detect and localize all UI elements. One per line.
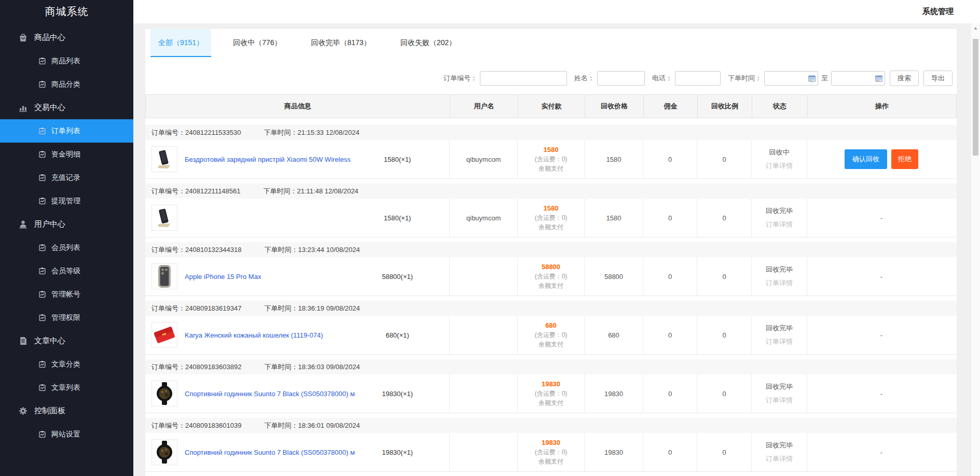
product-cell: Karya Женский кожаный кошелек (1119-074)… (145, 316, 449, 354)
pay-method: 余额支付 (539, 164, 563, 173)
list-panel-icon (38, 267, 46, 275)
commission-cell: 0 (643, 374, 697, 413)
order-row: 1580(×1) qibuymcom 1580 (含运费：0) 余额支付 158… (145, 199, 957, 237)
sidebar-section-trade-center[interactable]: 交易中心 (0, 96, 133, 119)
pay-method: 余额支付 (539, 457, 563, 466)
sidebar-item-label: 商品分类 (51, 80, 80, 89)
sidebar-section-control-panel[interactable]: 控制面板 (0, 399, 133, 423)
order-info-bar: 订单编号：240812211148561 下单时间：21:11:48 12/08… (145, 184, 957, 199)
product-thumbnail[interactable] (151, 322, 177, 348)
sidebar-item-admin-accounts[interactable]: 管理帐号 (0, 283, 133, 306)
paid-amount: 58800 (542, 262, 560, 272)
order-time: 13:23:44 10/08/2024 (298, 246, 360, 254)
operation-dash: - (880, 390, 882, 398)
sidebar: 商城系统 商品中心商品列表商品分类交易中心订单列表资金明细充值记录提现管理用户中… (0, 0, 133, 476)
tab-recycling[interactable]: 回收中（776） (225, 29, 289, 57)
product-title-link[interactable]: Бездротовий зарядний пристрій Xiaomi 50W… (185, 156, 366, 163)
phone-input[interactable] (675, 71, 721, 86)
filter-bar: 订单编号： 姓名： 电话： 下单时间： 至 搜索 导出 (145, 71, 953, 86)
product-cell: 1580(×1) (145, 199, 449, 237)
product-title-link[interactable]: Karya Женский кожаный кошелек (1119-074) (185, 331, 366, 339)
product-thumbnail[interactable] (151, 439, 177, 465)
order-detail-link[interactable]: 订单详情 (766, 395, 793, 405)
order-group: 订单编号：240809183619347 下单时间：18:36:19 09/08… (145, 301, 957, 355)
column-header: 佣金 (643, 95, 697, 118)
status-text: 回收完毕 (766, 323, 793, 333)
sidebar-item-order-list[interactable]: 订单列表 (0, 119, 133, 143)
status-cell: 回收完毕 订单详情 (751, 433, 807, 471)
scrollbar[interactable]: ▲ (971, 23, 980, 476)
order-time-prefix: 下单时间： (264, 363, 298, 371)
product-title-link[interactable]: Спортивний годинник Suunto 7 Black (SS05… (185, 390, 366, 398)
name-input[interactable] (597, 71, 645, 86)
confirm-recycle-button[interactable]: 确认回收 (845, 149, 887, 169)
order-detail-link[interactable]: 订单详情 (766, 161, 793, 171)
order-group: 订单编号：240809183603892 下单时间：18:36:03 09/08… (145, 359, 957, 413)
order-detail-link[interactable]: 订单详情 (766, 337, 793, 347)
sidebar-section-product-center[interactable]: 商品中心 (0, 26, 133, 49)
sidebar-item-recharge-records[interactable]: 充值记录 (0, 166, 133, 189)
commission-cell: 0 (643, 433, 697, 471)
order-time-prefix: 下单时间： (264, 246, 298, 254)
shipping-note: (含运费：0) (535, 213, 568, 222)
order-number: 240810132344318 (185, 246, 241, 254)
sidebar-item-article-list[interactable]: 文章列表 (0, 376, 133, 399)
sidebar-item-admin-permissions[interactable]: 管理权限 (0, 306, 133, 329)
bag-icon (19, 33, 27, 42)
order-info-bar: 订单编号：240809183603892 下单时间：18:36:03 09/08… (145, 359, 957, 374)
product-title-link[interactable]: Apple iPhone 15 Pro Max (185, 273, 366, 281)
list-panel-icon (38, 127, 46, 135)
system-admin-menu[interactable]: 系统管理 (922, 7, 954, 17)
operation-cell: - (807, 257, 956, 296)
sidebar-section-article-center[interactable]: 文章中心 (0, 329, 133, 353)
order-no-prefix: 订单编号： (151, 187, 185, 196)
product-qty: 1580(×1) (366, 156, 429, 163)
sidebar-item-site-settings[interactable]: 网站设置 (0, 423, 133, 446)
product-thumbnail[interactable] (151, 146, 177, 172)
name-label: 姓名： (574, 74, 595, 83)
search-button[interactable]: 搜索 (890, 71, 919, 86)
order-time-prefix: 下单时间： (264, 129, 298, 136)
paid-amount: 19830 (542, 380, 560, 389)
column-header: 回收价格 (585, 95, 643, 118)
sidebar-item-label: 网站设置 (51, 430, 80, 439)
scroll-up-arrow-icon[interactable]: ▲ (971, 23, 980, 32)
order-row: Спортивний годинник Suunto 7 Black (SS05… (145, 433, 957, 472)
order-no-input[interactable] (480, 71, 567, 86)
order-detail-link[interactable]: 订单详情 (766, 278, 793, 288)
column-header: 商品信息 (146, 95, 450, 118)
operation-cell: - (807, 316, 956, 354)
tab-recycled[interactable]: 回收完毕（8173） (303, 29, 379, 57)
product-title-link[interactable]: Спортивний годинник Suunto 7 Black (SS05… (185, 449, 366, 456)
pay-method: 余额支付 (539, 222, 563, 232)
sidebar-item-withdraw-manage[interactable]: 提现管理 (0, 189, 133, 213)
sidebar-item-member-level[interactable]: 会员等级 (0, 259, 133, 283)
sidebar-item-funds-detail[interactable]: 资金明细 (0, 143, 133, 166)
product-thumbnail[interactable] (151, 381, 177, 407)
sidebar-section-user-center[interactable]: 用户中心 (0, 213, 133, 236)
order-list-panel: 全部（9151）回收中（776）回收完毕（8173）回收失败（202） 订单编号… (145, 29, 957, 476)
product-cell: Бездротовий зарядний пристрій Xiaomi 50W… (145, 140, 449, 178)
tab-failed[interactable]: 回收失败（202） (393, 29, 464, 57)
scrollbar-thumb[interactable] (973, 39, 978, 156)
sidebar-item-product-category[interactable]: 商品分类 (0, 73, 133, 96)
product-thumbnail[interactable] (151, 263, 177, 289)
order-detail-link[interactable]: 订单详情 (766, 454, 793, 464)
recycle-price-cell: 58800 (584, 257, 643, 296)
order-no-prefix: 订单编号： (151, 304, 185, 313)
sidebar-item-member-list[interactable]: 会员列表 (0, 236, 133, 259)
shipping-note: (含运费：0) (535, 155, 568, 164)
sidebar-item-article-category[interactable]: 文章分类 (0, 353, 133, 376)
sidebar-item-label: 提现管理 (51, 197, 80, 206)
paid-cell: 19830 (含运费：0) 余额支付 (517, 374, 584, 413)
product-thumbnail[interactable] (151, 205, 177, 231)
sidebar-item-product-list[interactable]: 商品列表 (0, 49, 133, 73)
sidebar-section-label: 商品中心 (34, 33, 65, 43)
calendar-icon[interactable] (875, 75, 882, 82)
export-button[interactable]: 导出 (923, 71, 953, 86)
tab-all[interactable]: 全部（9151） (150, 29, 211, 57)
reject-button[interactable]: 拒绝 (891, 149, 918, 169)
order-detail-link[interactable]: 订单详情 (766, 219, 793, 230)
sidebar-item-label: 充值记录 (51, 173, 80, 183)
calendar-icon[interactable] (808, 75, 816, 82)
